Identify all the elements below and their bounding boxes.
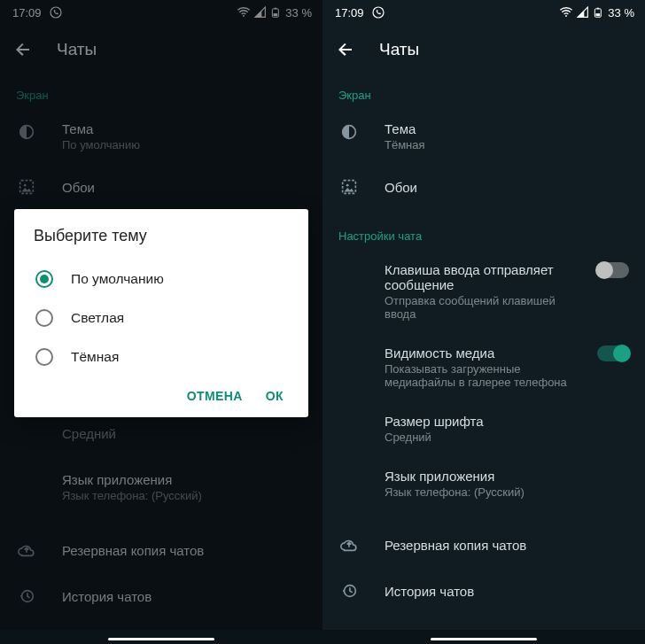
battery-icon <box>593 5 605 19</box>
toggle-media-visibility[interactable] <box>597 345 629 361</box>
item-theme[interactable]: Тема Тёмная <box>322 109 645 164</box>
item-title: Язык приложения <box>385 469 629 484</box>
theme-option-default[interactable]: По умолчанию <box>34 260 289 299</box>
appbar-title: Чаты <box>379 40 419 59</box>
radio-icon <box>35 270 53 288</box>
item-title: История чатов <box>385 584 629 599</box>
theme-option-light[interactable]: Светлая <box>34 299 289 338</box>
item-sub: Язык телефона: (Русский) <box>385 485 629 499</box>
nav-handle[interactable] <box>108 638 214 641</box>
history-icon <box>338 580 360 601</box>
item-title: Размер шрифта <box>385 414 629 429</box>
item-sub: Средний <box>385 431 629 444</box>
toggle-enter-send[interactable] <box>597 262 629 278</box>
radio-icon <box>35 309 53 327</box>
ok-button[interactable]: ОК <box>266 389 284 403</box>
section-screen: Экран <box>322 74 645 109</box>
item-sub: Тёмная <box>385 138 629 151</box>
item-enter-send[interactable]: Клавиша ввода отправляет сообщение Отпра… <box>322 250 645 333</box>
item-backup[interactable]: Резервная копия чатов <box>322 522 645 568</box>
item-sub: Отправка сообщений клавишей ввода <box>385 294 572 321</box>
radio-icon <box>35 348 53 366</box>
cloud-icon <box>338 534 360 555</box>
item-title: Обои <box>385 180 629 195</box>
theme-icon <box>338 121 360 143</box>
signal-icon <box>576 5 590 19</box>
radio-label: По умолчанию <box>71 271 164 287</box>
status-time: 17:09 <box>335 6 364 19</box>
theme-option-dark[interactable]: Тёмная <box>34 338 289 376</box>
dialog-title: Выберите тему <box>34 227 289 245</box>
item-wallpaper[interactable]: Обои <box>322 164 645 210</box>
wallpaper-icon <box>338 176 360 198</box>
item-title: Тема <box>385 121 629 136</box>
phone-right: 17:09 33 % Чаты Экран Тема Тёмная Обои Н… <box>322 0 645 644</box>
nav-handle[interactable] <box>431 638 537 641</box>
item-title: Резервная копия чатов <box>385 538 629 553</box>
item-font[interactable]: Размер шрифта Средний <box>322 401 645 456</box>
section-chat-settings: Настройки чата <box>322 210 645 250</box>
item-sub: Показывать загруженные медиафайлы в гале… <box>385 362 572 389</box>
item-language[interactable]: Язык приложения Язык телефона: (Русский) <box>322 456 645 511</box>
item-history[interactable]: История чатов <box>322 568 645 614</box>
cancel-button[interactable]: ОТМЕНА <box>187 389 243 403</box>
wifi-icon <box>559 5 573 19</box>
back-icon[interactable] <box>335 39 356 60</box>
item-title: Клавиша ввода отправляет сообщение <box>385 262 572 292</box>
theme-dialog: Выберите тему По умолчанию Светлая Тёмна… <box>14 209 308 417</box>
item-media-visibility[interactable]: Видимость медиа Показывать загруженные м… <box>322 333 645 401</box>
item-title: Видимость медиа <box>385 345 572 361</box>
statusbar: 17:09 33 % <box>322 0 645 25</box>
radio-label: Светлая <box>71 310 124 326</box>
whatsapp-icon <box>371 5 385 19</box>
battery-percent: 33 % <box>608 6 634 19</box>
phone-left: 17:09 33 % Чаты Экран Тема По умолчанию … <box>0 0 322 644</box>
radio-label: Тёмная <box>71 349 119 365</box>
appbar: Чаты <box>322 25 645 74</box>
